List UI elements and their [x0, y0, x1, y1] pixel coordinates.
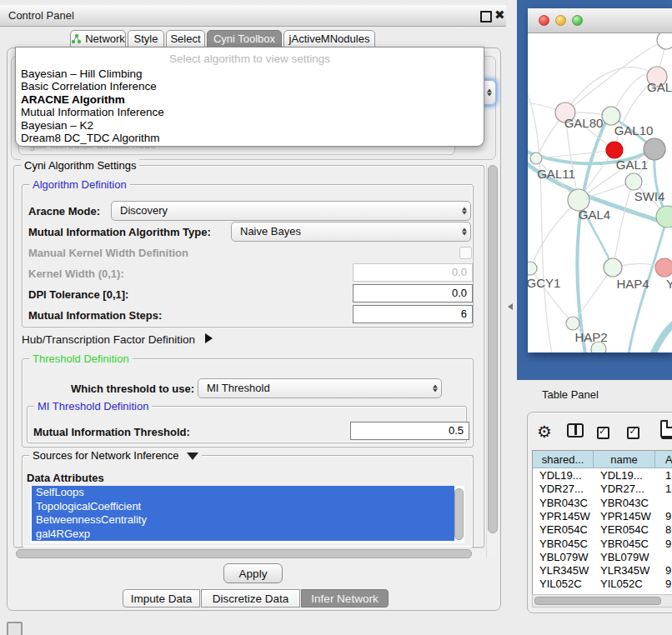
table-row[interactable]: YBL079WYBL079W — [533, 551, 672, 564]
manual-kernel-checkbox[interactable] — [459, 247, 472, 259]
kernel-width-field: 0.0 — [353, 263, 473, 282]
sources-title-wrap[interactable]: Sources for Network Inference — [29, 449, 202, 462]
tab-style-label: Style — [134, 32, 158, 45]
which-threshold-value: MI Threshold — [207, 382, 270, 394]
network-edge[interactable] — [536, 150, 614, 158]
network-window-titlebar[interactable] — [528, 8, 672, 33]
table-row[interactable]: YIL052CYIL052C9 — [533, 578, 672, 591]
combo-arrows-icon — [462, 208, 467, 215]
aracne-mode-value: Discovery — [120, 204, 168, 217]
tab-select[interactable]: Select — [166, 30, 205, 48]
attribute-list-item[interactable]: TopologicalCoefficient — [32, 500, 454, 514]
network-canvas[interactable]: GALGAL80GAL10GAL1GAL11SWI4GAL4GCY1HAP4YH… — [528, 33, 672, 352]
columns-icon[interactable] — [567, 423, 584, 438]
settings-hscroll-thumb[interactable] — [16, 549, 472, 558]
algorithm-option[interactable]: Bayesian – Hill Climbing — [16, 68, 484, 80]
attribute-list-scrollbar[interactable] — [454, 488, 464, 540]
table-cell: YBL079W — [594, 551, 662, 564]
page-icon[interactable] — [660, 420, 672, 438]
tab-discretize-data[interactable]: Discretize Data — [201, 589, 300, 608]
select-all-check-icon[interactable] — [627, 427, 639, 439]
table-row[interactable]: YPR145WYPR145W9. — [533, 510, 672, 523]
tab-cyni-toolbox[interactable]: Cyni Toolbox — [207, 30, 282, 48]
close-panel-icon[interactable]: ✖ — [494, 8, 505, 22]
table-row[interactable]: YDL19...YDL19...13 — [533, 469, 672, 482]
node-unlabeled[interactable] — [657, 33, 672, 49]
dpi-tolerance-label: DPI Tolerance [0,1]: — [28, 288, 128, 301]
mi-steps-label: Mutual Information Steps: — [28, 309, 162, 322]
settings-vscroll-thumb[interactable] — [488, 165, 498, 533]
algorithm-option[interactable]: ARACNE Algorithm — [16, 93, 484, 106]
table-row[interactable]: YBR043CYBR043C — [533, 497, 672, 510]
minimized-panel-icon[interactable] — [7, 622, 23, 635]
attribute-list-item[interactable]: SelfLoops — [32, 486, 454, 500]
algorithm-option[interactable]: Basic Correlation Inference — [16, 80, 484, 92]
table-row[interactable]: YER054CYER054C8. — [533, 523, 672, 537]
node-red[interactable] — [606, 142, 623, 158]
table-cell: YBR043C — [533, 497, 600, 510]
node-gal1[interactable] — [625, 173, 642, 190]
dpi-tolerance-field[interactable]: 0.0 — [353, 284, 473, 302]
tab-style[interactable]: Style — [128, 30, 164, 48]
table-cell: 9. — [655, 510, 672, 523]
network-window[interactable]: GALGAL80GAL10GAL1GAL11SWI4GAL4GCY1HAP4YH… — [528, 8, 672, 352]
mi-type-label: Mutual Information Algorithm Type: — [28, 226, 211, 238]
mi-steps-field[interactable]: 6 — [353, 305, 473, 323]
node-gal11[interactable] — [530, 152, 542, 164]
node-gcy1[interactable] — [528, 262, 537, 275]
close-window-icon[interactable] — [539, 15, 549, 26]
node-table[interactable]: shared... name A YDL19...YDL19...13YDR27… — [532, 450, 672, 595]
node-gal10[interactable] — [602, 107, 620, 125]
data-attributes-list[interactable]: SelfLoopsTopologicalCoefficientBetweenne… — [30, 486, 464, 543]
column-header-third[interactable]: A — [655, 451, 672, 468]
node-hap2[interactable] — [566, 317, 579, 330]
float-panel-icon[interactable] — [480, 11, 492, 22]
algorithm-option[interactable]: Mutual Information Inference — [16, 106, 484, 118]
node-hap4[interactable] — [604, 258, 622, 277]
column-header-name[interactable]: name — [594, 451, 655, 468]
attribute-list-item[interactable]: gal4RGexp — [32, 528, 454, 542]
tab-network[interactable]: Network — [70, 30, 126, 48]
node-pink2[interactable] — [655, 258, 672, 277]
table-cell: 13 — [655, 469, 672, 482]
table-cell: YLR345W — [594, 564, 662, 578]
zoom-window-icon[interactable] — [572, 15, 583, 26]
select-all-check-icon[interactable] — [597, 427, 609, 439]
algorithm-option[interactable]: Dream8 DC_TDC Algorithm — [16, 132, 484, 144]
network-edge[interactable] — [530, 200, 579, 268]
table-hscroll-thumb[interactable] — [534, 597, 661, 605]
network-edge[interactable] — [565, 68, 657, 112]
mi-type-combo[interactable]: Naive Bayes — [231, 222, 471, 242]
table-row[interactable]: YBR045CYBR045C9. — [533, 538, 672, 551]
node-swi4[interactable] — [656, 206, 672, 228]
mi-threshold-field[interactable]: 0.5 — [350, 422, 469, 440]
network-edge[interactable] — [528, 83, 553, 352]
attribute-list-item[interactable]: BetweennessCentrality — [32, 513, 454, 528]
tab-impute-data[interactable]: Impute Data — [123, 589, 200, 608]
which-threshold-combo[interactable]: MI Threshold — [198, 378, 442, 398]
aracne-mode-combo[interactable]: Discovery — [111, 201, 471, 221]
hub-factor-expander[interactable]: Hub/Transcription Factor Definition — [22, 333, 213, 346]
minimize-window-icon[interactable] — [555, 15, 566, 26]
table-row[interactable]: YDR27...YDR27...12 — [533, 482, 672, 496]
tab-jactivemnodules[interactable]: jActiveMNodules — [283, 30, 375, 48]
splitter-collapse-icon[interactable] — [508, 303, 513, 310]
node-label: GAL10 — [614, 123, 654, 138]
table-cell: YDL19... — [533, 469, 600, 482]
algorithm-option[interactable]: Bayesian – K2 — [16, 119, 484, 132]
node-label: GCY1 — [528, 276, 560, 290]
table-cell: YER054C — [533, 523, 600, 537]
node-label: Y — [666, 277, 672, 291]
which-threshold-label: Which threshold to use: — [71, 382, 194, 395]
table-row[interactable]: YLR345WYLR345W9. — [533, 564, 672, 578]
expander-right-icon — [205, 333, 213, 343]
table-cell: YBL079W — [533, 551, 600, 564]
network-edge[interactable] — [613, 182, 634, 268]
apply-button[interactable]: Apply — [223, 563, 283, 583]
network-edge-strong[interactable] — [651, 318, 672, 352]
manual-kernel-label: Manual Kernel Width Definition — [28, 247, 188, 259]
column-header-shared-name[interactable]: shared... — [533, 451, 594, 468]
table-cell: YBR043C — [594, 497, 662, 510]
tab-infer-network[interactable]: Infer Network — [301, 589, 389, 608]
gear-icon[interactable]: ⚙ — [537, 422, 552, 442]
